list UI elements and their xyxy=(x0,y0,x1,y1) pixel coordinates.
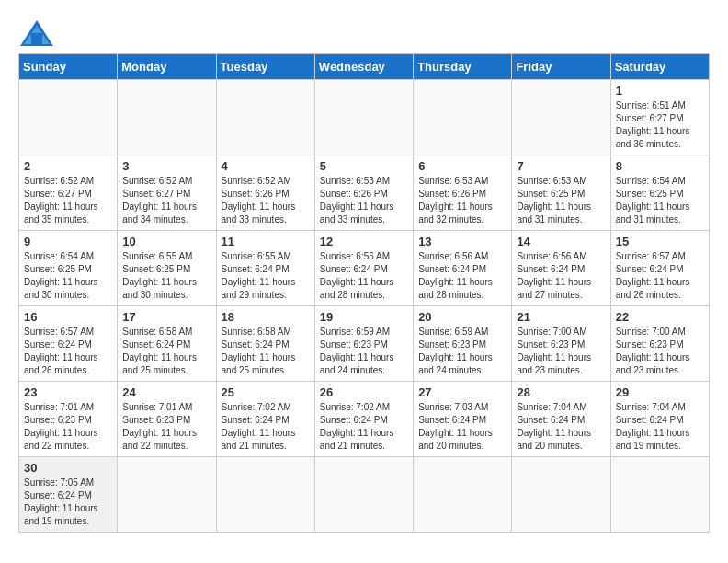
day-number: 7 xyxy=(517,159,605,173)
calendar-cell xyxy=(118,80,216,155)
calendar-cell xyxy=(610,457,709,533)
calendar-cell: 11Sunrise: 6:55 AMSunset: 6:24 PMDayligh… xyxy=(216,231,314,306)
day-info: Sunrise: 7:03 AMSunset: 6:24 PMDaylight:… xyxy=(418,401,506,453)
calendar-cell xyxy=(314,457,413,533)
svg-rect-2 xyxy=(31,33,42,44)
day-number: 29 xyxy=(616,385,704,399)
day-number: 15 xyxy=(616,235,704,248)
day-info: Sunrise: 6:57 AMSunset: 6:24 PMDaylight:… xyxy=(616,250,704,302)
calendar-week-row: 23Sunrise: 7:01 AMSunset: 6:23 PMDayligh… xyxy=(19,382,710,457)
day-number: 5 xyxy=(320,159,408,173)
day-header-monday: Monday xyxy=(118,54,216,80)
day-info: Sunrise: 6:57 AMSunset: 6:24 PMDaylight:… xyxy=(24,326,112,377)
day-number: 2 xyxy=(24,159,112,173)
calendar-cell xyxy=(414,80,512,155)
calendar-week-row: 2Sunrise: 6:52 AMSunset: 6:27 PMDaylight… xyxy=(19,155,710,231)
calendar-cell: 17Sunrise: 6:58 AMSunset: 6:24 PMDayligh… xyxy=(118,306,216,382)
calendar-cell: 9Sunrise: 6:54 AMSunset: 6:25 PMDaylight… xyxy=(19,231,118,306)
calendar-cell: 26Sunrise: 7:02 AMSunset: 6:24 PMDayligh… xyxy=(314,382,413,457)
calendar-cell: 19Sunrise: 6:59 AMSunset: 6:23 PMDayligh… xyxy=(314,306,413,382)
calendar-cell: 8Sunrise: 6:54 AMSunset: 6:25 PMDaylight… xyxy=(610,155,709,231)
day-number: 17 xyxy=(122,310,210,324)
calendar-cell: 12Sunrise: 6:56 AMSunset: 6:24 PMDayligh… xyxy=(314,231,413,306)
day-info: Sunrise: 6:59 AMSunset: 6:23 PMDaylight:… xyxy=(418,326,506,377)
day-number: 25 xyxy=(222,385,310,399)
day-info: Sunrise: 7:02 AMSunset: 6:24 PMDaylight:… xyxy=(320,401,408,453)
day-number: 1 xyxy=(616,84,704,98)
day-info: Sunrise: 6:52 AMSunset: 6:27 PMDaylight:… xyxy=(24,175,112,226)
calendar-cell: 20Sunrise: 6:59 AMSunset: 6:23 PMDayligh… xyxy=(414,306,512,382)
calendar-week-row: 9Sunrise: 6:54 AMSunset: 6:25 PMDaylight… xyxy=(19,231,710,306)
calendar-cell xyxy=(216,457,314,533)
day-info: Sunrise: 6:54 AMSunset: 6:25 PMDaylight:… xyxy=(616,175,704,226)
day-number: 21 xyxy=(517,310,605,324)
calendar-cell: 4Sunrise: 6:52 AMSunset: 6:26 PMDaylight… xyxy=(216,155,314,231)
calendar-week-row: 16Sunrise: 6:57 AMSunset: 6:24 PMDayligh… xyxy=(19,306,710,382)
day-header-tuesday: Tuesday xyxy=(216,54,314,80)
day-info: Sunrise: 6:59 AMSunset: 6:23 PMDaylight:… xyxy=(320,326,408,377)
day-number: 18 xyxy=(222,310,310,324)
day-info: Sunrise: 6:54 AMSunset: 6:25 PMDaylight:… xyxy=(24,250,112,302)
day-info: Sunrise: 7:00 AMSunset: 6:23 PMDaylight:… xyxy=(616,326,704,377)
logo-icon xyxy=(18,18,51,44)
day-number: 9 xyxy=(24,235,112,248)
day-number: 6 xyxy=(418,159,506,173)
day-info: Sunrise: 7:05 AMSunset: 6:24 PMDaylight:… xyxy=(24,477,112,528)
calendar-cell: 22Sunrise: 7:00 AMSunset: 6:23 PMDayligh… xyxy=(610,306,709,382)
day-number: 28 xyxy=(517,385,605,399)
page-header xyxy=(18,18,710,44)
calendar-cell: 28Sunrise: 7:04 AMSunset: 6:24 PMDayligh… xyxy=(512,382,610,457)
day-info: Sunrise: 6:55 AMSunset: 6:25 PMDaylight:… xyxy=(122,250,210,302)
calendar-cell: 5Sunrise: 6:53 AMSunset: 6:26 PMDaylight… xyxy=(314,155,413,231)
day-info: Sunrise: 6:55 AMSunset: 6:24 PMDaylight:… xyxy=(222,250,310,302)
day-number: 4 xyxy=(222,159,310,173)
day-number: 23 xyxy=(24,385,112,399)
day-info: Sunrise: 6:52 AMSunset: 6:26 PMDaylight:… xyxy=(222,175,310,226)
calendar-week-row: 1Sunrise: 6:51 AMSunset: 6:27 PMDaylight… xyxy=(19,80,710,155)
calendar-cell xyxy=(19,80,118,155)
day-info: Sunrise: 7:04 AMSunset: 6:24 PMDaylight:… xyxy=(517,401,605,453)
day-number: 24 xyxy=(122,385,210,399)
day-number: 11 xyxy=(222,235,310,248)
calendar-cell xyxy=(118,457,216,533)
calendar-week-row: 30Sunrise: 7:05 AMSunset: 6:24 PMDayligh… xyxy=(19,457,710,533)
day-number: 3 xyxy=(122,159,210,173)
day-info: Sunrise: 6:51 AMSunset: 6:27 PMDaylight:… xyxy=(616,99,704,151)
day-info: Sunrise: 6:56 AMSunset: 6:24 PMDaylight:… xyxy=(418,250,506,302)
calendar-cell: 10Sunrise: 6:55 AMSunset: 6:25 PMDayligh… xyxy=(118,231,216,306)
day-info: Sunrise: 6:58 AMSunset: 6:24 PMDaylight:… xyxy=(122,326,210,377)
day-number: 20 xyxy=(418,310,506,324)
calendar-cell: 1Sunrise: 6:51 AMSunset: 6:27 PMDaylight… xyxy=(610,80,709,155)
calendar-cell: 29Sunrise: 7:04 AMSunset: 6:24 PMDayligh… xyxy=(610,382,709,457)
calendar-cell xyxy=(314,80,413,155)
calendar-cell: 25Sunrise: 7:02 AMSunset: 6:24 PMDayligh… xyxy=(216,382,314,457)
day-info: Sunrise: 6:53 AMSunset: 6:25 PMDaylight:… xyxy=(517,175,605,226)
calendar-cell: 7Sunrise: 6:53 AMSunset: 6:25 PMDaylight… xyxy=(512,155,610,231)
day-number: 27 xyxy=(418,385,506,399)
day-number: 14 xyxy=(517,235,605,248)
day-number: 19 xyxy=(320,310,408,324)
calendar-header-row: SundayMondayTuesdayWednesdayThursdayFrid… xyxy=(19,54,710,80)
logo xyxy=(18,18,53,44)
day-info: Sunrise: 7:04 AMSunset: 6:24 PMDaylight:… xyxy=(616,401,704,453)
day-info: Sunrise: 7:01 AMSunset: 6:23 PMDaylight:… xyxy=(122,401,210,453)
calendar-cell xyxy=(512,457,610,533)
calendar-cell: 23Sunrise: 7:01 AMSunset: 6:23 PMDayligh… xyxy=(19,382,118,457)
calendar-cell: 13Sunrise: 6:56 AMSunset: 6:24 PMDayligh… xyxy=(414,231,512,306)
calendar-cell: 27Sunrise: 7:03 AMSunset: 6:24 PMDayligh… xyxy=(414,382,512,457)
calendar-cell: 6Sunrise: 6:53 AMSunset: 6:26 PMDaylight… xyxy=(414,155,512,231)
day-number: 16 xyxy=(24,310,112,324)
calendar: SundayMondayTuesdayWednesdayThursdayFrid… xyxy=(18,53,710,533)
calendar-cell: 18Sunrise: 6:58 AMSunset: 6:24 PMDayligh… xyxy=(216,306,314,382)
day-info: Sunrise: 6:58 AMSunset: 6:24 PMDaylight:… xyxy=(222,326,310,377)
day-info: Sunrise: 6:53 AMSunset: 6:26 PMDaylight:… xyxy=(418,175,506,226)
day-header-saturday: Saturday xyxy=(610,54,709,80)
day-number: 8 xyxy=(616,159,704,173)
day-info: Sunrise: 7:02 AMSunset: 6:24 PMDaylight:… xyxy=(222,401,310,453)
day-number: 10 xyxy=(122,235,210,248)
calendar-cell: 21Sunrise: 7:00 AMSunset: 6:23 PMDayligh… xyxy=(512,306,610,382)
day-info: Sunrise: 7:00 AMSunset: 6:23 PMDaylight:… xyxy=(517,326,605,377)
day-number: 13 xyxy=(418,235,506,248)
calendar-cell: 3Sunrise: 6:52 AMSunset: 6:27 PMDaylight… xyxy=(118,155,216,231)
day-header-friday: Friday xyxy=(512,54,610,80)
